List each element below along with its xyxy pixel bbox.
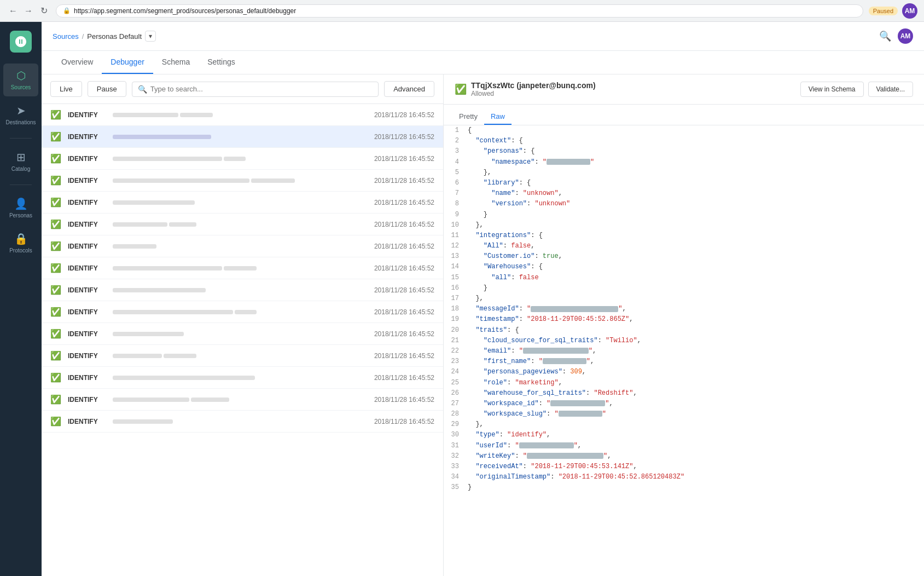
event-row[interactable]: ✅ IDENTIFY 2018/11/28 16:45:52 xyxy=(42,148,443,170)
user-avatar: AM xyxy=(902,3,917,19)
event-panel: Live Pause 🔍 Advanced ✅ IDENTIFY xyxy=(42,74,444,576)
event-bar-area xyxy=(113,398,357,402)
event-type: IDENTIFY xyxy=(68,286,106,294)
json-line: 32 "writeKey": "", xyxy=(444,451,924,462)
sidebar-divider-2 xyxy=(10,185,32,185)
back-button[interactable]: ← xyxy=(7,4,20,18)
event-bar xyxy=(113,376,255,380)
event-bar xyxy=(191,398,229,402)
event-timestamp: 2018/11/28 16:45:52 xyxy=(363,352,434,360)
json-line: 8 "version": "unknown" xyxy=(444,199,924,209)
live-button[interactable]: Live xyxy=(50,81,82,97)
topbar-search-button[interactable]: 🔍 xyxy=(879,30,891,42)
reload-button[interactable]: ↻ xyxy=(37,4,50,18)
event-row[interactable]: ✅ IDENTIFY 2018/11/28 16:45:52 xyxy=(42,104,443,126)
sidebar-item-destinations[interactable]: ➤ Destinations xyxy=(3,99,38,131)
event-type: IDENTIFY xyxy=(68,264,106,272)
json-line: 5 }, xyxy=(444,168,924,178)
app-logo[interactable] xyxy=(10,31,32,53)
event-bar xyxy=(113,113,178,117)
event-bar xyxy=(113,157,222,161)
breadcrumb-dropdown-button[interactable]: ▾ xyxy=(145,31,156,42)
event-timestamp: 2018/11/28 16:45:52 xyxy=(363,418,434,425)
sidebar-item-personas[interactable]: 👤 Personas xyxy=(3,192,38,224)
forward-button[interactable]: → xyxy=(22,4,35,18)
json-tab-pretty[interactable]: Pretty xyxy=(452,109,484,125)
breadcrumb-separator: / xyxy=(82,32,84,41)
paused-badge: Paused xyxy=(869,7,898,15)
tab-overview[interactable]: Overview xyxy=(53,51,102,74)
event-type: IDENTIFY xyxy=(68,374,106,382)
event-row[interactable]: ✅ IDENTIFY 2018/11/28 16:45:52 xyxy=(42,389,443,411)
search-icon: 🔍 xyxy=(138,85,147,94)
url-bar[interactable]: 🔒 https://app.segment.com/segment_prod/s… xyxy=(56,4,863,18)
json-line: 1{ xyxy=(444,125,924,136)
json-check-icon: ✅ xyxy=(455,83,467,95)
event-row[interactable]: ✅ IDENTIFY 2018/11/28 16:45:52 xyxy=(42,411,443,433)
json-line: 16 } xyxy=(444,283,924,293)
view-in-schema-button[interactable]: View in Schema xyxy=(800,82,864,97)
event-timestamp: 2018/11/28 16:45:52 xyxy=(363,308,434,316)
event-type: IDENTIFY xyxy=(68,199,106,206)
sidebar-divider xyxy=(10,138,32,139)
event-row[interactable]: ✅ IDENTIFY 2018/11/28 16:45:52 xyxy=(42,257,443,279)
event-type: IDENTIFY xyxy=(68,155,106,163)
event-bar xyxy=(224,157,246,161)
json-line: 4 "namespace": "" xyxy=(444,157,924,168)
pause-button[interactable]: Pause xyxy=(88,81,126,97)
sidebar-item-sources-label: Sources xyxy=(11,84,31,91)
tab-debugger[interactable]: Debugger xyxy=(102,51,153,74)
sidebar-item-protocols[interactable]: 🔒 Protocols xyxy=(3,227,38,260)
event-row[interactable]: ✅ IDENTIFY 2018/11/28 16:45:52 xyxy=(42,367,443,389)
event-row[interactable]: ✅ IDENTIFY 2018/11/28 16:45:52 xyxy=(42,192,443,214)
event-bar-area xyxy=(113,113,357,117)
nav-tabs: Overview Debugger Schema Settings xyxy=(42,51,924,74)
event-bar-area xyxy=(113,288,357,292)
event-timestamp: 2018/11/28 16:45:52 xyxy=(363,396,434,404)
json-title-text: TTqjXszWtc (janpeter@bunq.com) Allowed xyxy=(471,81,596,97)
event-timestamp: 2018/11/28 16:45:52 xyxy=(363,155,434,163)
debugger-container: Live Pause 🔍 Advanced ✅ IDENTIFY xyxy=(42,74,924,576)
sidebar-item-catalog[interactable]: ⊞ Catalog xyxy=(3,145,38,178)
advanced-button[interactable]: Advanced xyxy=(384,81,434,97)
topbar-avatar: AM xyxy=(898,28,913,44)
event-type: IDENTIFY xyxy=(68,352,106,360)
event-type: IDENTIFY xyxy=(68,330,106,338)
tab-settings[interactable]: Settings xyxy=(199,51,244,74)
json-line: 7 "name": "unknown", xyxy=(444,188,924,199)
search-input[interactable] xyxy=(150,85,373,93)
event-row[interactable]: ✅ IDENTIFY 2018/11/28 16:45:52 xyxy=(42,235,443,257)
event-row[interactable]: ✅ IDENTIFY 2018/11/28 16:45:52 xyxy=(42,126,443,148)
json-line: 3 "personas": { xyxy=(444,146,924,157)
browser-chrome: ← → ↻ 🔒 https://app.segment.com/segment_… xyxy=(0,0,924,22)
check-icon: ✅ xyxy=(50,416,61,427)
validate-button[interactable]: Validate... xyxy=(868,82,913,97)
event-timestamp: 2018/11/28 16:45:52 xyxy=(363,264,434,272)
check-icon: ✅ xyxy=(50,110,61,120)
event-bar-area xyxy=(113,222,357,227)
tab-schema[interactable]: Schema xyxy=(153,51,199,74)
json-line: 2 "context": { xyxy=(444,136,924,146)
json-header-buttons: View in Schema Validate... xyxy=(800,82,913,97)
event-row[interactable]: ✅ IDENTIFY 2018/11/28 16:45:52 xyxy=(42,301,443,323)
event-bar-area xyxy=(113,178,357,183)
event-row[interactable]: ✅ IDENTIFY 2018/11/28 16:45:52 xyxy=(42,214,443,235)
topbar-right: 🔍 AM xyxy=(879,28,913,44)
event-row[interactable]: ✅ IDENTIFY 2018/11/28 16:45:52 xyxy=(42,170,443,192)
json-line: 35} xyxy=(444,482,924,493)
event-type: IDENTIFY xyxy=(68,418,106,425)
sidebar-item-destinations-label: Destinations xyxy=(5,119,36,126)
event-type: IDENTIFY xyxy=(68,396,106,404)
breadcrumb-sources-link[interactable]: Sources xyxy=(53,32,79,41)
event-bar xyxy=(113,222,167,227)
event-row[interactable]: ✅ IDENTIFY 2018/11/28 16:45:52 xyxy=(42,279,443,301)
json-tab-raw[interactable]: Raw xyxy=(484,109,512,125)
sidebar-item-sources[interactable]: ⬡ Sources xyxy=(3,64,38,96)
event-bar xyxy=(113,266,222,270)
json-line: 17 }, xyxy=(444,293,924,304)
event-bar xyxy=(251,178,295,183)
event-timestamp: 2018/11/28 16:45:52 xyxy=(363,177,434,185)
event-row[interactable]: ✅ IDENTIFY 2018/11/28 16:45:52 xyxy=(42,323,443,345)
event-row[interactable]: ✅ IDENTIFY 2018/11/28 16:45:52 xyxy=(42,345,443,367)
event-bar-area xyxy=(113,200,357,205)
